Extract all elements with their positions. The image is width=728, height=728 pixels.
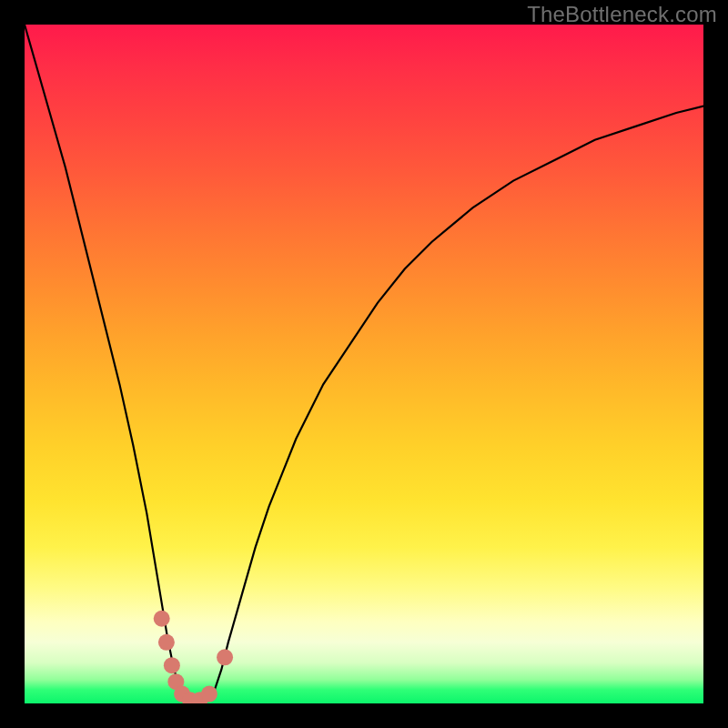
curve-marker-7	[201, 686, 217, 703]
curve-marker-1	[158, 634, 175, 651]
plot-area	[25, 25, 703, 703]
curve-marker-8	[217, 649, 233, 665]
chart-frame: TheBottleneck.com	[0, 0, 728, 728]
chart-svg	[25, 25, 703, 703]
marker-group	[154, 611, 233, 703]
bottleneck-curve	[25, 25, 703, 703]
curve-marker-0	[154, 611, 170, 627]
curve-marker-2	[164, 657, 180, 673]
watermark-text: TheBottleneck.com	[527, 2, 717, 27]
